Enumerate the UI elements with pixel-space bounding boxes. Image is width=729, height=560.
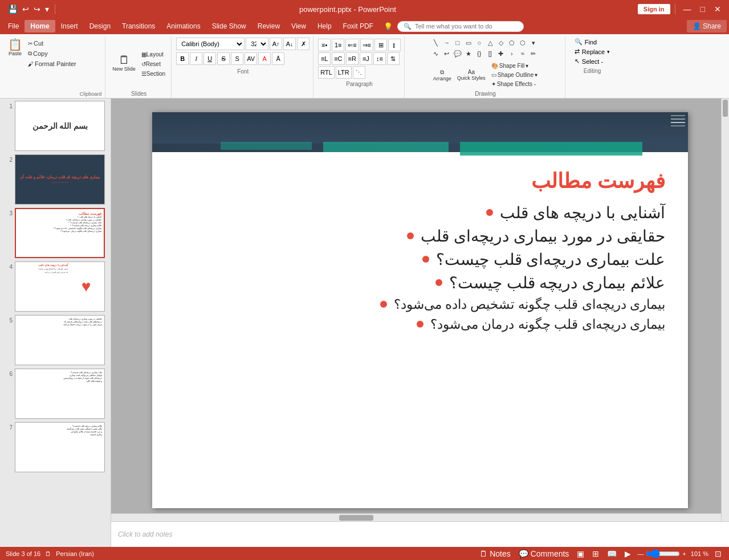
notes-placeholder[interactable]: Click to add notes <box>118 530 172 538</box>
ltr-btn[interactable]: LTR <box>336 66 352 79</box>
shape-wave[interactable]: ≈ <box>518 48 528 59</box>
italic-button[interactable]: I <box>190 52 202 65</box>
char-spacing-button[interactable]: AV <box>245 52 257 65</box>
rtl-btn[interactable]: RTL <box>318 66 335 79</box>
decrease-indent-btn[interactable]: ⇐≡ <box>345 39 359 51</box>
shape-callout[interactable]: 💬 <box>453 48 463 59</box>
shape-rounded-rect[interactable]: ▭ <box>463 38 474 48</box>
menu-home[interactable]: Home <box>25 20 55 32</box>
shape-brace[interactable]: {} <box>474 48 484 59</box>
shape-bracket[interactable]: [] <box>485 48 495 59</box>
align-center-btn[interactable]: ≡C <box>332 52 344 65</box>
comments-button[interactable]: 💬 Comments <box>517 549 571 558</box>
shape-fill-dropdown[interactable]: ▾ <box>526 63 528 69</box>
copy-button[interactable]: ⧉ Copy <box>26 49 79 58</box>
replace-dropdown[interactable]: ▾ <box>607 49 610 55</box>
zoom-slider[interactable]: — + <box>637 549 686 558</box>
menu-view[interactable]: View <box>286 20 312 32</box>
tell-me-bar[interactable]: 🔍 <box>397 21 524 32</box>
quick-styles-button[interactable]: Aa Quick Styles <box>455 68 488 82</box>
menu-file[interactable]: File <box>2 20 25 32</box>
slide-img-1[interactable]: بسم الله الرحمن <box>15 101 105 151</box>
font-color-button[interactable]: A <box>258 52 271 65</box>
convert-to-smartart-btn[interactable]: ⋱ <box>353 66 365 79</box>
bold-button[interactable]: B <box>176 52 189 65</box>
reset-button[interactable]: ↺ Reset <box>139 60 168 68</box>
slide-sorter-button[interactable]: ⊞ <box>590 549 601 558</box>
slide-img-4[interactable]: آشنایی با دریچه های قلب دریچه های قلب سا… <box>15 261 105 312</box>
cut-button[interactable]: ✂ Cut <box>26 39 79 48</box>
line-spacing-btn[interactable]: ↕≡ <box>373 52 386 65</box>
shape-fill-button[interactable]: 🎨 Shape Fill ▾ <box>489 62 540 70</box>
slide-img-7[interactable]: علائم بیماری دریچه قلب چیست؟ تنگی نفس، خ… <box>15 422 105 472</box>
share-button[interactable]: 👤 Share <box>687 20 727 32</box>
slide-panel[interactable]: 1 بسم الله الرحمن 2 بیماری های دریچه ای … <box>0 99 111 547</box>
menu-slideshow[interactable]: Slide Show <box>206 20 252 32</box>
increase-font-btn[interactable]: A↑ <box>270 38 282 50</box>
text-direction-btn[interactable]: ⇅ <box>387 52 400 65</box>
shadow-button[interactable]: S <box>231 52 243 65</box>
arrange-button[interactable]: ⧉ Arrange <box>431 68 454 83</box>
align-right-btn[interactable]: ≡R <box>346 52 359 65</box>
shape-bend-arrow[interactable]: ↩ <box>442 48 452 59</box>
slide-thumb-3[interactable]: 3 فهرست مطالب • آشنایی با دریچه های قلب … <box>2 208 108 258</box>
numbering-button[interactable]: 1≡ <box>332 39 344 51</box>
smart-art-btn[interactable]: ⊞ <box>374 39 387 51</box>
find-button[interactable]: 🔍 Find <box>572 38 612 46</box>
section-button[interactable]: ☰ Section <box>139 70 168 78</box>
align-left-btn[interactable]: ≡L <box>318 52 331 65</box>
menu-animations[interactable]: Animations <box>161 20 206 32</box>
slide-thumb-2[interactable]: 2 بیماری های دریچه ای قلب درمان، علائم و… <box>2 154 108 205</box>
notes-button[interactable]: 🗒 Notes <box>478 549 512 558</box>
slide-canvas[interactable]: فهرست مطالب آشنایی با دریچه های قلب حقای… <box>152 112 688 508</box>
sign-in-button[interactable]: Sign in <box>638 4 670 14</box>
shape-pentagon[interactable]: ⬠ <box>507 38 517 48</box>
format-painter-button[interactable]: 🖌 Format Painter <box>26 59 79 68</box>
bullets-button[interactable]: ≡• <box>318 39 331 51</box>
increase-indent-btn[interactable]: ⇒≡ <box>360 39 373 51</box>
quick-access-expand-icon[interactable]: ▾ <box>44 3 50 15</box>
replace-button[interactable]: ⇄ Replace ▾ <box>572 47 612 56</box>
decrease-font-btn[interactable]: A↓ <box>283 38 296 50</box>
font-size-select[interactable]: 32 <box>246 38 268 50</box>
shape-line[interactable]: ╲ <box>431 38 441 48</box>
layout-button[interactable]: ▦ Layout <box>139 50 168 59</box>
restore-button[interactable]: □ <box>697 5 708 14</box>
font-name-select[interactable]: Calibri (Body) <box>176 38 245 50</box>
shape-rect[interactable]: □ <box>453 38 463 48</box>
slide-img-6[interactable]: علت بیماری دریچه‌ای قلب چیست؟ عوامل مختل… <box>15 369 105 419</box>
menu-insert[interactable]: Insert <box>55 20 84 32</box>
paste-button[interactable]: 📋 Paste <box>6 38 25 58</box>
shape-arrow[interactable]: → <box>442 38 452 48</box>
minimize-button[interactable]: — <box>680 5 695 14</box>
select-button[interactable]: ↖ Select - <box>572 57 612 66</box>
shape-triangle[interactable]: △ <box>485 38 495 48</box>
fit-to-window-button[interactable]: ⊡ <box>713 549 723 558</box>
shape-effects-button[interactable]: ✦ Shape Effects - <box>489 80 540 88</box>
shape-chevron[interactable]: › <box>507 48 517 59</box>
menu-transitions[interactable]: Transitions <box>116 20 161 32</box>
close-button[interactable]: ✕ <box>711 5 724 14</box>
menu-review[interactable]: Review <box>252 20 286 32</box>
new-slide-button[interactable]: 🗒 New Slide <box>110 53 138 73</box>
undo-icon[interactable]: ↩ <box>21 3 30 15</box>
columns-btn[interactable]: ⫿ <box>388 39 401 51</box>
font-highlight-button[interactable]: Ā <box>272 52 284 65</box>
shape-star[interactable]: ★ <box>463 48 474 59</box>
slide-thumb-1[interactable]: 1 بسم الله الرحمن <box>2 101 108 151</box>
tell-me-input[interactable] <box>415 23 518 30</box>
notes-area[interactable]: Click to add notes <box>111 521 729 547</box>
redo-icon[interactable]: ↪ <box>32 3 42 15</box>
slide-thumb-5[interactable]: 5 حقایقی در مورد بیماری دریچه‌ای قلب دری… <box>2 315 108 365</box>
shape-outline-dropdown[interactable]: ▾ <box>535 72 537 78</box>
menu-design[interactable]: Design <box>84 20 116 32</box>
strikethrough-button[interactable]: S <box>217 52 230 65</box>
underline-button[interactable]: U <box>203 52 216 65</box>
shape-hexagon[interactable]: ⬡ <box>518 38 528 48</box>
slide-img-2[interactable]: بیماری های دریچه ای قلب درمان، علائم و ع… <box>15 154 105 205</box>
shape-oval[interactable]: ○ <box>474 38 484 48</box>
slide-img-5[interactable]: حقایقی در مورد بیماری دریچه‌ای قلب دریچه… <box>15 315 105 365</box>
slide-thumb-7[interactable]: 7 علائم بیماری دریچه قلب چیست؟ تنگی نفس،… <box>2 422 108 472</box>
justify-btn[interactable]: ≡J <box>360 52 372 65</box>
clear-format-btn[interactable]: ✗ <box>297 38 309 50</box>
